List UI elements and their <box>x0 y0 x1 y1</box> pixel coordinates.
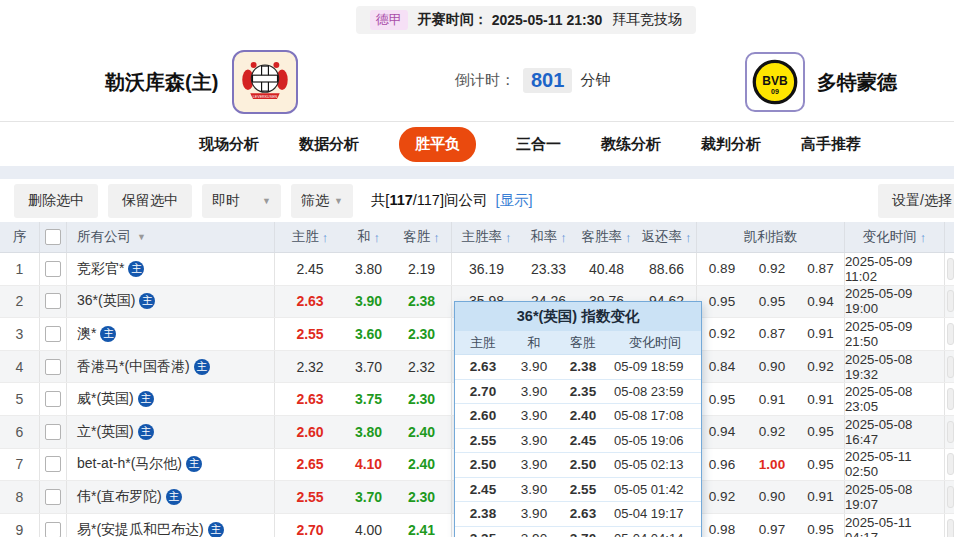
kelly-away: 0.94 <box>797 286 845 318</box>
time-mode-value: 即时 <box>212 192 240 210</box>
company-cell[interactable]: 澳*主 <box>67 318 275 350</box>
nav-bar: 现场分析数据分析胜平负三合一教练分析裁判分析高手推荐 <box>0 122 954 166</box>
row-checkbox-cell <box>40 351 67 383</box>
company-cell[interactable]: 立*(英国)主 <box>67 416 275 448</box>
company-cell[interactable]: 易*(安提瓜和巴布达)主 <box>67 514 275 537</box>
select-all-checkbox[interactable] <box>45 229 61 245</box>
settings-button[interactable]: 设置/选择 <box>878 184 954 218</box>
row-checkbox[interactable] <box>45 391 61 407</box>
table-header: 序 所有公司▼ 主胜↑ 和↑ 客胜↑ 主胜率↑ 和率↑ 客胜率↑ 返还率↑ 凯利… <box>0 222 954 253</box>
odds-home: 2.55 <box>275 318 345 350</box>
change-time: 2025-05-11 02:50 <box>845 449 945 481</box>
nav-tab-1[interactable]: 现场分析 <box>199 135 259 154</box>
nav-tab-6[interactable]: 裁判分析 <box>701 135 761 154</box>
row-action-cell <box>945 351 954 383</box>
popup-odds-away: 2.38 <box>557 355 609 379</box>
header-change-time[interactable]: 变化时间↑ <box>845 222 945 252</box>
odds-draw: 3.75 <box>345 383 392 415</box>
nav-tab-3[interactable]: 胜平负 <box>399 127 476 162</box>
nav-tab-7[interactable]: 高手推荐 <box>801 135 861 154</box>
row-checkbox[interactable] <box>45 359 61 375</box>
nav-tab-4[interactable]: 三合一 <box>516 135 561 154</box>
kelly-draw: 0.90 <box>747 351 797 383</box>
header-home-rate[interactable]: 主胜率↑ <box>452 222 521 252</box>
row-checkbox[interactable] <box>45 293 61 309</box>
company-cell[interactable]: 香港马*(中国香港)主 <box>67 351 275 383</box>
company-cell[interactable]: 36*(英国)主 <box>67 286 275 318</box>
popup-odds-draw: 3.90 <box>511 380 557 404</box>
company-cell[interactable]: bet-at-h*(马尔他)主 <box>67 449 275 481</box>
odds-home: 2.45 <box>275 253 345 285</box>
company-name: 澳* <box>77 325 96 343</box>
home-badge-icon: 主 <box>138 391 154 407</box>
row-checkbox[interactable] <box>45 326 61 342</box>
company-name: 竞彩官* <box>77 260 124 278</box>
row-checkbox[interactable] <box>45 456 61 472</box>
kelly-away: 0.95 <box>797 416 845 448</box>
row-checkbox[interactable] <box>45 522 61 537</box>
sort-asc-icon: ↑ <box>560 230 567 245</box>
countdown-label: 倒计时： <box>455 71 515 90</box>
row-checkbox[interactable] <box>45 424 61 440</box>
header-draw-odds[interactable]: 和↑ <box>345 222 392 252</box>
header-draw-rate[interactable]: 和率↑ <box>521 222 576 252</box>
time-mode-select[interactable]: 即时 ▼ <box>202 184 281 218</box>
row-checkbox[interactable] <box>45 489 61 505</box>
row-action-button[interactable] <box>947 290 954 312</box>
svg-text:LEVERKUSEN: LEVERKUSEN <box>253 95 278 99</box>
nav-tab-5[interactable]: 教练分析 <box>601 135 661 154</box>
popup-history-row: 2.63 3.90 2.38 05-09 18:59 <box>455 355 701 380</box>
kelly-draw: 0.95 <box>747 286 797 318</box>
row-action-button[interactable] <box>947 519 954 537</box>
popup-history-row: 2.70 3.90 2.35 05-08 23:59 <box>455 380 701 405</box>
header-home-odds[interactable]: 主胜↑ <box>275 222 345 252</box>
popup-odds-away: 2.40 <box>557 404 609 428</box>
header-payout-rate[interactable]: 返还率↑ <box>637 222 697 252</box>
nav-tabs: 现场分析数据分析胜平负三合一教练分析裁判分析高手推荐 <box>199 127 861 162</box>
company-name: bet-at-h*(马尔他) <box>77 455 182 473</box>
row-checkbox-cell <box>40 253 67 285</box>
keep-selected-button[interactable]: 保留选中 <box>108 184 192 218</box>
company-count: 共[117/117]间公司 [显示] <box>371 191 533 210</box>
row-action-button[interactable] <box>947 453 954 475</box>
kelly-away: 0.91 <box>797 318 845 350</box>
company-cell[interactable]: 伟*(直布罗陀)主 <box>67 481 275 513</box>
popup-change-time: 05-04 19:17 <box>609 502 701 526</box>
odds-away: 2.30 <box>392 481 452 513</box>
home-badge-icon: 主 <box>166 489 182 505</box>
nav-tab-2[interactable]: 数据分析 <box>299 135 359 154</box>
row-action-button[interactable] <box>947 486 954 508</box>
company-cell[interactable]: 竞彩官*主 <box>67 253 275 285</box>
popup-odds-draw: 3.90 <box>511 429 557 453</box>
row-action-button[interactable] <box>947 323 954 345</box>
row-action-button[interactable] <box>947 258 954 280</box>
row-action-button[interactable] <box>947 356 954 378</box>
table-row-1: 1 竞彩官*主 2.45 3.80 2.19 36.19 23.33 40.48… <box>0 253 954 286</box>
delete-selected-button[interactable]: 删除选中 <box>14 184 98 218</box>
row-checkbox[interactable] <box>45 261 61 277</box>
popup-odds-draw: 3.90 <box>511 453 557 477</box>
header-away-rate[interactable]: 客胜率↑ <box>576 222 637 252</box>
row-action-cell <box>945 514 954 537</box>
header-company[interactable]: 所有公司▼ <box>67 222 275 252</box>
row-action-button[interactable] <box>947 388 954 410</box>
odds-comparison-page: 德甲 开赛时间： 2025-05-11 21:30 拜耳竞技场 勒沃库森(主) … <box>0 0 954 537</box>
bvb-crest-icon: BVB 09 <box>751 58 799 106</box>
popup-odds-home: 2.60 <box>455 404 511 428</box>
sort-asc-icon: ↑ <box>433 230 440 245</box>
match-info-box: 德甲 开赛时间： 2025-05-11 21:30 拜耳竞技场 <box>356 6 697 34</box>
kelly-away: 0.95 <box>797 514 845 537</box>
header-away-odds[interactable]: 客胜↑ <box>392 222 452 252</box>
kelly-home: 0.96 <box>697 449 747 481</box>
row-action-cell <box>945 481 954 513</box>
row-action-button[interactable] <box>947 421 954 443</box>
odds-home: 2.70 <box>275 514 345 537</box>
kelly-draw: 0.92 <box>747 253 797 285</box>
filter-select[interactable]: 筛选 ▼ <box>291 184 353 218</box>
company-cell[interactable]: 威*(英国)主 <box>67 383 275 415</box>
svg-text:09: 09 <box>771 88 779 96</box>
popup-odds-away: 2.70 <box>557 527 609 537</box>
popup-history-row: 2.35 3.90 2.70 05-04 04:14 <box>455 527 701 537</box>
company-name: 威*(英国) <box>77 390 134 408</box>
show-link[interactable]: [显示] <box>496 192 533 208</box>
